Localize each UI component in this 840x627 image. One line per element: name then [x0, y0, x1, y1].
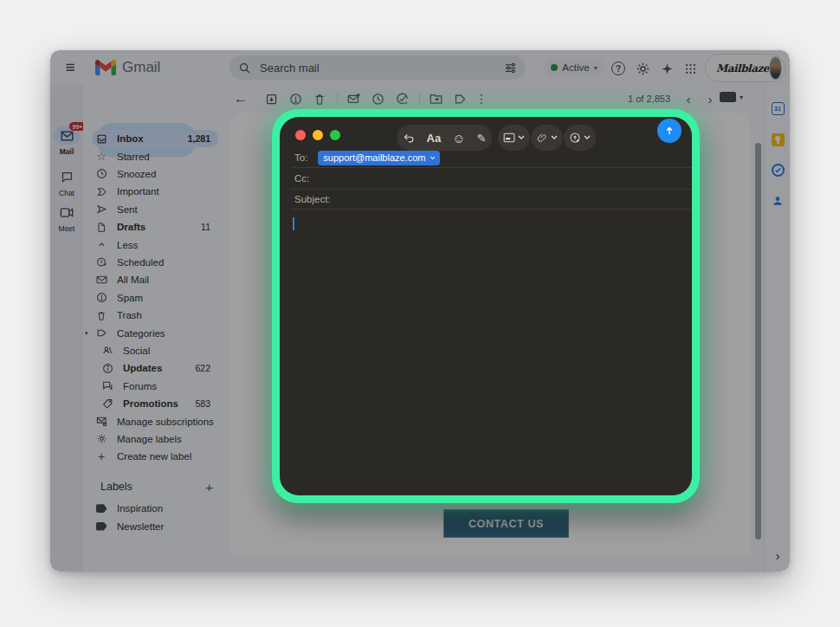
window-controls	[295, 130, 340, 140]
to-field[interactable]: To: support@mailblaze.com	[280, 148, 692, 167]
chevron-down-icon	[584, 135, 591, 140]
compose-format-toolbar: Aa ☺ ✎	[397, 125, 492, 151]
attachment-button[interactable]	[531, 125, 563, 151]
recipient-address: support@mailblaze.com	[323, 152, 425, 163]
to-label: To:	[294, 152, 307, 163]
markup-pen-icon[interactable]: ✎	[477, 133, 487, 144]
emoji-icon[interactable]: ☺	[452, 132, 465, 145]
subject-field[interactable]: Subject:	[280, 191, 692, 208]
chevron-down-icon	[430, 156, 436, 160]
chevron-down-icon	[518, 135, 525, 140]
chevron-down-icon	[551, 135, 558, 140]
format-icon[interactable]: Aa	[427, 132, 442, 145]
field-divider	[291, 209, 692, 210]
template-button[interactable]	[498, 125, 530, 151]
recipient-token[interactable]: support@mailblaze.com	[318, 151, 439, 165]
desktop-background: ≡ Gmail	[0, 0, 840, 627]
zoom-traffic-light[interactable]	[330, 130, 340, 140]
close-traffic-light[interactable]	[295, 130, 306, 140]
message-body[interactable]	[280, 210, 692, 495]
insert-contact-button[interactable]	[564, 125, 596, 151]
field-divider	[291, 189, 692, 190]
subject-label: Subject:	[294, 194, 331, 204]
undo-icon[interactable]	[403, 132, 416, 145]
send-arrow-icon	[663, 125, 675, 137]
cc-label: Cc:	[294, 173, 309, 184]
compose-highlight-frame: Aa ☺ ✎	[272, 109, 700, 503]
field-divider	[291, 167, 692, 168]
compose-window: Aa ☺ ✎	[280, 117, 692, 495]
minimize-traffic-light[interactable]	[313, 130, 323, 140]
cc-field[interactable]: Cc:	[280, 169, 692, 188]
send-button[interactable]	[657, 119, 682, 143]
